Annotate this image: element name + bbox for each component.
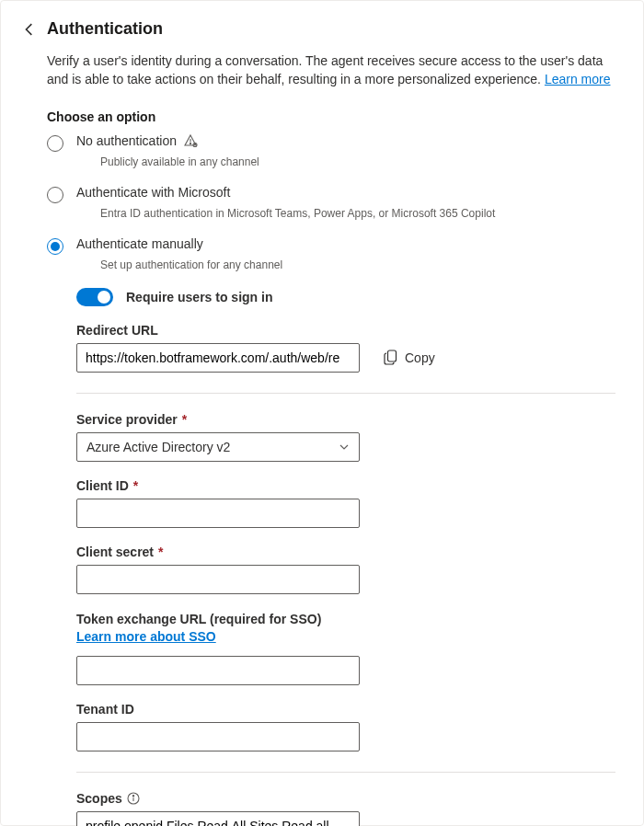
svg-point-1 [190, 143, 190, 143]
radio-label: Authenticate with Microsoft [76, 185, 230, 200]
warning-icon [183, 133, 198, 148]
token-exchange-label: Token exchange URL (required for SSO) Le… [76, 611, 360, 647]
require-signin-label: Require users to sign in [126, 290, 272, 304]
client-secret-input[interactable] [76, 565, 360, 594]
svg-rect-4 [388, 350, 397, 361]
radio-authenticate-manually[interactable]: Authenticate manually [47, 236, 615, 255]
learn-more-sso-link[interactable]: Learn more about SSO [76, 629, 216, 644]
radio-label: Authenticate manually [76, 236, 203, 251]
svg-point-6 [132, 795, 133, 796]
description: Verify a user's identity during a conver… [47, 52, 615, 89]
copy-icon [384, 350, 397, 365]
scopes-label: Scopes [76, 791, 615, 806]
client-id-label: Client ID * [76, 478, 615, 493]
radio-circle [47, 187, 63, 203]
token-exchange-input[interactable] [76, 656, 360, 685]
client-secret-label: Client secret * [76, 545, 615, 559]
divider [76, 393, 615, 394]
page-title: Authentication [47, 19, 163, 39]
scopes-input[interactable] [76, 811, 360, 826]
radio-subtext: Entra ID authentication in Microsoft Tea… [100, 207, 615, 220]
radio-circle [47, 135, 63, 152]
radio-authenticate-microsoft[interactable]: Authenticate with Microsoft [47, 185, 615, 203]
radio-label: No authentication [76, 133, 198, 148]
redirect-url-label: Redirect URL [76, 323, 615, 338]
radio-no-authentication[interactable]: No authentication [47, 133, 615, 152]
radio-subtext: Publicly available in any channel [100, 155, 615, 168]
require-signin-toggle[interactable] [76, 288, 113, 306]
divider [76, 772, 615, 773]
learn-more-link[interactable]: Learn more [545, 72, 611, 86]
radio-subtext: Set up authentication for any channel [100, 258, 615, 271]
info-icon [127, 792, 140, 805]
choose-option-label: Choose an option [47, 109, 615, 124]
back-icon[interactable] [23, 23, 36, 36]
tenant-id-label: Tenant ID [76, 702, 615, 717]
radio-circle-selected [47, 238, 63, 255]
chevron-down-icon [339, 442, 350, 453]
redirect-url-input[interactable] [76, 343, 360, 373]
client-id-input[interactable] [76, 499, 360, 528]
tenant-id-input[interactable] [76, 722, 360, 751]
service-provider-select[interactable]: Azure Active Directory v2 [76, 432, 360, 462]
copy-button[interactable]: Copy [384, 350, 435, 365]
service-provider-label: Service provider * [76, 412, 615, 427]
